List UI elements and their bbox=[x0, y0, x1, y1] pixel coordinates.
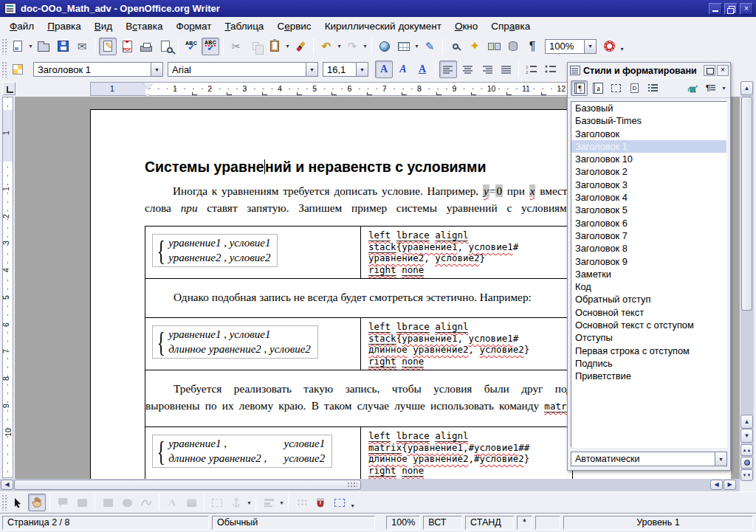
status-insert-mode[interactable]: ВСТ bbox=[423, 516, 462, 530]
nonprinting-characters-button[interactable]: ¶ bbox=[523, 38, 541, 55]
style-item[interactable]: Код bbox=[571, 280, 726, 293]
select-objects-button[interactable] bbox=[208, 494, 226, 511]
scroll-down-button[interactable]: ▼ bbox=[740, 429, 753, 443]
font-size-value[interactable]: 16,1 bbox=[323, 62, 357, 77]
toolbar-grip[interactable] bbox=[1, 38, 7, 55]
previous-page-button[interactable]: ▲▲ bbox=[740, 444, 753, 456]
ellipse-button[interactable] bbox=[118, 494, 136, 511]
list-styles-button[interactable] bbox=[645, 80, 662, 96]
frame-styles-button[interactable] bbox=[608, 80, 625, 96]
callout-button[interactable] bbox=[54, 494, 72, 511]
frame-boundaries-button[interactable] bbox=[331, 494, 348, 511]
text-box-button[interactable] bbox=[73, 494, 91, 511]
anchor-button[interactable] bbox=[227, 494, 245, 511]
align-center-button[interactable] bbox=[458, 61, 476, 78]
paragraph-styles-button[interactable]: ¶ bbox=[571, 80, 588, 96]
from-file-button[interactable] bbox=[182, 494, 200, 511]
style-item[interactable]: Заголовок 4 bbox=[571, 191, 726, 204]
fontwork-button[interactable]: A bbox=[163, 494, 181, 511]
help-button[interactable] bbox=[600, 38, 618, 55]
intro-paragraph[interactable]: Иногда к уравнениям требуется дописать у… bbox=[145, 182, 573, 216]
pan-hand-button[interactable] bbox=[28, 494, 46, 511]
save-button[interactable] bbox=[54, 38, 72, 55]
open-button[interactable] bbox=[35, 38, 52, 55]
grid-button[interactable] bbox=[292, 494, 310, 511]
zoom-dropdown[interactable]: ▾ bbox=[585, 39, 597, 54]
anchor-dropdown[interactable]: ▾ bbox=[246, 494, 252, 511]
undo-dropdown[interactable]: ▾ bbox=[336, 38, 343, 55]
menu-Вид[interactable]: Вид bbox=[88, 19, 119, 33]
navigator-button[interactable]: ✦ bbox=[466, 38, 484, 55]
edit-file-button[interactable]: ✎ bbox=[99, 38, 117, 55]
vertical-scrollbar[interactable]: ▲ ▲ ▼ bbox=[740, 81, 754, 479]
email-button[interactable]: ✉ bbox=[73, 38, 91, 55]
status-zoom[interactable]: 100% bbox=[386, 516, 420, 530]
style-item[interactable]: Заголовок 8 bbox=[571, 242, 726, 255]
insert-table-dropdown[interactable]: ▾ bbox=[413, 38, 420, 55]
scroll-left-button2[interactable]: ◀ bbox=[710, 480, 723, 490]
toolbar-grip[interactable] bbox=[1, 494, 7, 511]
panel-titlebar[interactable]: Стили и форматировани × bbox=[568, 63, 730, 78]
character-styles-button[interactable]: a bbox=[589, 80, 606, 96]
restore-button[interactable] bbox=[724, 3, 738, 15]
redo-dropdown[interactable]: ▾ bbox=[362, 38, 368, 55]
font-name-value[interactable]: Arial bbox=[168, 62, 306, 77]
menu-Справка[interactable]: Справка bbox=[484, 19, 537, 33]
page-sty​les-button[interactable]: D bbox=[626, 80, 643, 96]
bold-button[interactable]: A bbox=[375, 61, 393, 78]
menu-Таблица[interactable]: Таблица bbox=[218, 19, 270, 33]
horizontal-scrollbar[interactable]: ◀ ◀ ▶ bbox=[0, 479, 740, 491]
scroll-up-button2[interactable]: ▲ bbox=[740, 415, 753, 429]
status-selection-mode[interactable]: СТАНД bbox=[465, 516, 514, 530]
font-size-dropdown[interactable]: ▾ bbox=[357, 62, 368, 77]
justify-button[interactable] bbox=[497, 61, 515, 78]
object-align-button[interactable] bbox=[260, 494, 278, 511]
paragraph-style-value[interactable]: Заголовок 1 bbox=[33, 62, 151, 77]
menu-Сервис[interactable]: Сервис bbox=[270, 19, 317, 33]
align-right-button[interactable] bbox=[478, 61, 495, 78]
menu-Вставка[interactable]: Вставка bbox=[119, 19, 169, 33]
indent-marker[interactable] bbox=[142, 83, 153, 94]
toolbar-overflow[interactable]: ▾ bbox=[619, 41, 625, 58]
export-pdf-button[interactable]: PDF bbox=[118, 38, 136, 55]
status-page-style[interactable]: Обычный bbox=[212, 516, 375, 530]
status-outline-level[interactable]: Уровень 1 bbox=[563, 516, 753, 530]
style-item[interactable]: Заголовок 6 bbox=[571, 217, 726, 229]
style-item[interactable]: Заголовок 2 bbox=[571, 165, 726, 178]
gallery-button[interactable] bbox=[485, 38, 503, 55]
scroll-up-button[interactable]: ▲ bbox=[740, 81, 753, 95]
style-item[interactable]: Приветствие bbox=[571, 370, 726, 382]
style-item[interactable]: Заголовок 1 bbox=[571, 140, 726, 153]
cut-button[interactable]: ✂ bbox=[227, 38, 245, 55]
style-filter-value[interactable]: Автоматически bbox=[571, 452, 715, 466]
numbered-list-button[interactable]: 12 bbox=[523, 61, 540, 78]
italic-button[interactable]: A bbox=[394, 61, 412, 78]
status-modified[interactable]: * bbox=[517, 516, 532, 530]
style-item[interactable]: Заголовок 10 bbox=[571, 153, 726, 165]
style-item[interactable]: Заметки bbox=[571, 268, 726, 280]
style-filter-dropdown[interactable]: ▾ bbox=[715, 452, 727, 466]
v-ruler[interactable]: 1 12345678910 bbox=[2, 97, 13, 478]
spellcheck-button[interactable]: ABC✔ bbox=[182, 38, 200, 55]
scroll-left-button[interactable]: ◀ bbox=[1, 480, 13, 490]
style-item[interactable]: Обратный отступ bbox=[571, 293, 726, 305]
new-style-dropdown[interactable]: ▾ bbox=[721, 79, 727, 97]
object-align-dropdown[interactable]: ▾ bbox=[278, 494, 285, 511]
hyperlink-button[interactable] bbox=[376, 38, 394, 55]
menu-Файл[interactable]: Файл bbox=[3, 19, 41, 33]
vertical-scroll-thumb[interactable] bbox=[741, 97, 752, 311]
autospellcheck-button[interactable]: ABC✔ bbox=[202, 38, 219, 55]
data-sources-button[interactable] bbox=[504, 38, 522, 55]
horizontal-scroll-thumb[interactable] bbox=[14, 480, 361, 490]
paragraph-style-dropdown[interactable]: ▾ bbox=[151, 62, 163, 77]
redo-button[interactable]: ↷ bbox=[343, 38, 361, 55]
style-item[interactable]: Базовый bbox=[571, 102, 726, 114]
formula-object[interactable]: { уравнение1 ,условие1 длинное уравнение… bbox=[152, 435, 332, 468]
status-signature[interactable] bbox=[535, 516, 560, 530]
drawbar-overflow[interactable]: ▾ bbox=[349, 497, 356, 514]
snap-to-grid-button[interactable] bbox=[312, 494, 329, 511]
minimize-button[interactable] bbox=[709, 3, 722, 15]
next-page-button[interactable]: ▼▼ bbox=[740, 469, 753, 481]
style-item[interactable]: Основной текст bbox=[571, 306, 726, 319]
select-button[interactable] bbox=[9, 494, 27, 511]
